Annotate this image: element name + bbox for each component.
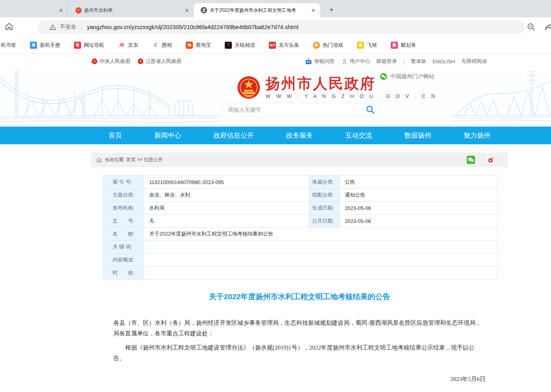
- link-user-center[interactable]: 用户中心: [341, 58, 370, 65]
- zoom-out-icon[interactable]: [527, 22, 536, 33]
- gov-emblem-icon: [137, 58, 144, 64]
- nav-item-info-disclosure[interactable]: 政府信息公开: [214, 127, 254, 144]
- national-emblem-icon: [237, 75, 261, 101]
- bookmark-favicon-icon: 淘: [186, 42, 193, 49]
- bookmark-item[interactable]: 淘 爱淘宝: [186, 42, 211, 49]
- table-row: 文 号: 无 公开日期: 2023-05-06: [104, 215, 498, 228]
- bookmark-item[interactable]: 东方 东方头条: [269, 42, 299, 49]
- bookmark-label: 携程: [162, 42, 172, 49]
- meta-label: 发布机构:: [104, 202, 144, 215]
- bookmark-item[interactable]: 猪 飞猪: [357, 42, 377, 49]
- banner-bridge-art-left: [0, 69, 220, 127]
- article-date: 2023年5月6日: [113, 375, 486, 383]
- nav-item-data[interactable]: 数据扬州: [405, 127, 431, 144]
- bookmark-favicon-icon: T: [225, 42, 232, 49]
- meta-label: 索 引 号:: [104, 176, 144, 189]
- bookmark-label: 爱淘宝: [196, 42, 211, 49]
- nav-item-home[interactable]: 首页: [109, 127, 122, 144]
- nav-item-services[interactable]: 政务服务: [286, 127, 313, 144]
- tab-close-icon[interactable]: ✕: [57, 7, 65, 14]
- bookmark-item[interactable]: JD 京东: [118, 42, 138, 49]
- bookmark-label: 新机手册: [40, 42, 60, 49]
- link-central-government[interactable]: 中央人民政府: [91, 58, 130, 65]
- bookmark-favicon-icon: 猪: [357, 42, 364, 49]
- table-row: 时 效:: [104, 267, 498, 280]
- bookmark-favicon-icon: C: [152, 42, 159, 49]
- link-label: 无障碍阅读: [461, 58, 487, 65]
- bookmark-item[interactable]: 册 新机手册: [30, 42, 60, 49]
- bookmark-item[interactable]: 游 热门游戏: [313, 42, 343, 49]
- link-smart-qa[interactable]: 智能问答: [305, 58, 335, 65]
- meta-value: [144, 241, 498, 254]
- meta-label: 体裁分类:: [309, 176, 340, 189]
- bookmark-label: 飞猪: [367, 42, 377, 49]
- bookmark-item[interactable]: 导 网址导航: [74, 42, 104, 49]
- search-input[interactable]: [221, 107, 366, 113]
- main-nav: 首页 新闻中心 政府信息公开 政务服务 互动交流 数据扬州 魅力扬州: [0, 127, 551, 144]
- link-traditional-version[interactable]: 繁体版: [411, 58, 426, 65]
- meta-label: 名 称:: [104, 228, 144, 241]
- bookmark-favicon-icon: 游: [313, 42, 320, 49]
- link-mail-login[interactable]: 邮箱登录: [377, 58, 397, 65]
- robot-icon: [305, 58, 312, 65]
- tab-title: 关于2022年度扬州市水利工程文明工地考: [210, 7, 307, 14]
- site-favicon-icon: [200, 7, 207, 14]
- document-meta-table: 索 引 号: 11321000014407098E-2023-095 体裁分类:…: [103, 175, 498, 280]
- bookmark-favicon-icon: 东方: [269, 42, 276, 49]
- bookmark-label: 网址导航: [84, 42, 104, 49]
- link-english-version[interactable]: ENGLISH: [433, 59, 455, 64]
- bookmark-favicon-icon: 聚: [391, 42, 398, 49]
- article-paragraph: 各县（市、区）水利（务）局，扬州经济开发区城乡事务管理局，生态科技新城规划建设局…: [113, 318, 486, 339]
- new-tab-button[interactable]: ＋: [326, 4, 337, 15]
- meta-value: 无: [144, 215, 309, 228]
- bookmark-favicon-icon: 导: [74, 42, 81, 49]
- meta-label: 文 号:: [104, 215, 144, 228]
- meta-value: 水利局: [144, 202, 309, 215]
- article-title: 关于2022年度扬州市水利工程文明工地考核结果的公告: [113, 292, 486, 302]
- tab-close-icon[interactable]: ✕: [310, 7, 317, 14]
- meta-label: 组配分类:: [309, 189, 340, 202]
- tab-title: 扬州市水利局: [84, 7, 181, 14]
- site-search-box: [220, 103, 380, 116]
- bookmark-item[interactable]: C 携程: [152, 42, 172, 49]
- link-accessibility[interactable]: 无障碍阅读: [461, 58, 487, 65]
- not-secure-label: 不安全: [60, 24, 76, 31]
- url-divider: [81, 24, 82, 31]
- search-button[interactable]: [366, 105, 375, 114]
- meta-value: 11321000014407098E-2023-095: [144, 176, 309, 189]
- share-icon[interactable]: [544, 22, 551, 33]
- link-label: 智能问答: [314, 58, 335, 65]
- nav-item-charm[interactable]: 魅力扬州: [464, 127, 490, 144]
- url-box[interactable]: 不安全 yangzhou.gov.cn/yzszxxgk/slj/202305/…: [37, 20, 525, 34]
- bookmark-label: 聚划算: [401, 42, 416, 49]
- gov-emblem-icon: [91, 58, 98, 64]
- bookmark-favicon-icon: 册: [30, 42, 37, 49]
- table-row: 内容概述:: [104, 254, 498, 267]
- site-logo[interactable]: 扬州市人民政府 W W W . Y A N G Z H O U . G O V …: [237, 75, 437, 101]
- bookmark-item[interactable]: 机书签: [1, 42, 16, 49]
- browser-tab-bar: ✕ 扬州市水利局 ✕ 关于2022年度扬州市水利工程文明工地考 ✕ ＋: [0, 0, 551, 17]
- table-row: 主题分类: 农业、林业、水利 组配分类: 通知公告: [104, 189, 498, 202]
- nav-item-news[interactable]: 新闻中心: [154, 127, 181, 144]
- weibo-share-button-icon[interactable]: [486, 155, 496, 164]
- tab-active-article[interactable]: 关于2022年度扬州市水利工程文明工地考 ✕: [194, 3, 320, 17]
- wechat-share-button-icon[interactable]: [466, 155, 475, 164]
- table-row: 索 引 号: 11321000014407098E-2023-095 体裁分类:…: [104, 176, 498, 189]
- meta-label: 时 效:: [104, 267, 144, 280]
- tab-close-icon[interactable]: ✕: [183, 7, 190, 14]
- breadcrumb-text[interactable]: 当前位置: 首页 >> 信息公开: [105, 156, 163, 163]
- bookmark-item[interactable]: 聚 聚划算: [391, 42, 416, 49]
- tab-shuiliju[interactable]: 扬州市水利局 ✕: [67, 3, 194, 17]
- nav-item-interaction[interactable]: 互动交流: [345, 127, 372, 144]
- bookmark-item[interactable]: T 天猫精选: [225, 42, 255, 49]
- link-label: ENGLISH: [433, 59, 455, 64]
- tab-hidden[interactable]: ✕: [0, 3, 67, 17]
- link-label: 邮箱登录: [377, 58, 397, 65]
- meta-value: 2023-05-06: [340, 202, 498, 215]
- link-label: 繁体版: [411, 58, 426, 65]
- home-button-icon[interactable]: [4, 22, 14, 33]
- site-banner: 中国扬州门户网站 扬州市人民政府 W W W . Y A N G Z H O U…: [0, 69, 551, 127]
- bookmark-favicon-icon: JD: [118, 42, 125, 49]
- link-label: 中央人民政府: [100, 58, 130, 65]
- link-jiangsu-government[interactable]: 江苏省人民政府: [137, 58, 181, 65]
